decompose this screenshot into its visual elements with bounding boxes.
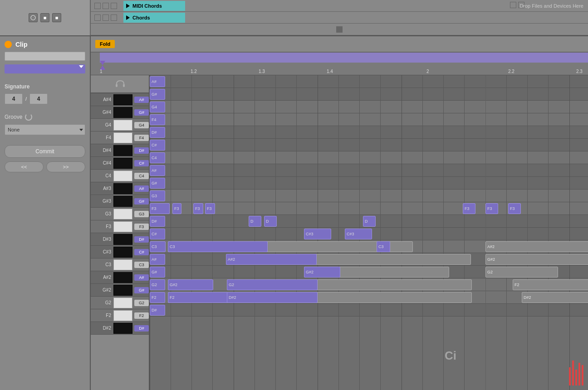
key-note-label: G3 bbox=[91, 211, 113, 216]
piano-roll: Fold 1 1.2 1.3 1.4 2 2.2 2.3 bbox=[91, 36, 588, 390]
stop-btn1[interactable]: ■ bbox=[40, 13, 49, 22]
midi-note[interactable]: D# bbox=[150, 127, 165, 138]
midi-note[interactable]: F3 bbox=[463, 203, 475, 214]
midi-note[interactable]: A# bbox=[150, 76, 165, 87]
clip-color-bar[interactable] bbox=[5, 64, 85, 73]
midi-note[interactable]: G3 bbox=[150, 190, 165, 201]
key-tag: C# bbox=[134, 160, 149, 166]
midi-note[interactable]: D#2 bbox=[227, 292, 318, 303]
midi-note[interactable]: D bbox=[249, 216, 261, 227]
piano-key[interactable] bbox=[113, 247, 132, 258]
midi-note[interactable]: F3 bbox=[485, 203, 498, 214]
piano-key[interactable] bbox=[113, 259, 132, 270]
sig-top[interactable]: 4 bbox=[5, 93, 23, 104]
piano-key[interactable] bbox=[113, 158, 132, 169]
next-button[interactable]: >> bbox=[46, 161, 85, 172]
piano-key[interactable] bbox=[113, 107, 132, 118]
midi-note[interactable]: F2 bbox=[513, 279, 588, 290]
midi-note[interactable]: A#2 bbox=[485, 241, 588, 252]
midi-note[interactable]: F3 bbox=[205, 203, 215, 214]
midi-note[interactable]: G2 bbox=[227, 279, 318, 290]
piano-key[interactable] bbox=[113, 183, 132, 194]
midi-note[interactable]: C#3 bbox=[345, 229, 372, 239]
piano-key[interactable] bbox=[113, 310, 132, 321]
ci-text: Ci bbox=[445, 349, 456, 363]
fold-button[interactable]: Fold bbox=[95, 40, 115, 48]
groove-refresh-btn[interactable] bbox=[25, 113, 32, 121]
ruler-mark-13: 1.3 bbox=[259, 69, 265, 74]
key-row: G4G4 bbox=[91, 119, 149, 132]
clip-name-input[interactable] bbox=[5, 52, 85, 61]
piano-key[interactable] bbox=[113, 209, 132, 219]
midi-note[interactable]: C4 bbox=[150, 152, 165, 163]
grid-canvas[interactable]: A#G#G4F4D#C#C4A#G#G3F3F3F3F3D#C#DDC#3C#3… bbox=[150, 75, 588, 390]
midi-note[interactable]: C#3 bbox=[304, 229, 331, 239]
ruler-mark-22: 2.2 bbox=[508, 69, 514, 74]
midi-note[interactable]: G# bbox=[150, 178, 165, 189]
midi-note[interactable]: F4 bbox=[150, 114, 165, 125]
piano-key[interactable] bbox=[113, 272, 132, 283]
midi-note[interactable]: F3 bbox=[172, 203, 181, 214]
grid-row bbox=[150, 88, 588, 101]
piano-key[interactable] bbox=[113, 145, 132, 156]
midi-note[interactable]: D bbox=[363, 216, 376, 227]
key-row: F2F2 bbox=[91, 309, 149, 322]
midi-note[interactable]: G2 bbox=[485, 267, 558, 278]
piano-key[interactable] bbox=[113, 221, 132, 232]
midi-note[interactable]: A# bbox=[150, 254, 165, 265]
key-note-label: F2 bbox=[91, 313, 113, 318]
loop-btn[interactable]: ~ bbox=[29, 13, 38, 22]
key-tag: G2 bbox=[134, 300, 149, 306]
prev-button[interactable]: << bbox=[5, 161, 44, 172]
midi-note[interactable]: D# bbox=[150, 216, 165, 227]
midi-note[interactable]: G#2 bbox=[168, 279, 213, 290]
midi-note[interactable]: G# bbox=[150, 267, 165, 278]
key-note-label: C#4 bbox=[91, 161, 113, 166]
midi-note[interactable]: C3 bbox=[377, 241, 390, 252]
key-note-label: A#2 bbox=[91, 275, 113, 280]
midi-note[interactable]: A# bbox=[150, 165, 165, 176]
key-note-label: G#4 bbox=[91, 110, 113, 115]
midi-note[interactable]: F2 bbox=[150, 292, 165, 303]
midi-note[interactable]: F3 bbox=[508, 203, 521, 214]
midi-note[interactable]: D#2 bbox=[522, 292, 588, 303]
midi-note[interactable]: F3 bbox=[193, 203, 203, 214]
midi-note[interactable]: F3 bbox=[150, 203, 170, 214]
track-row-chords: Chords bbox=[91, 12, 588, 24]
key-row: F3F3 bbox=[91, 220, 149, 233]
piano-key[interactable] bbox=[113, 94, 132, 105]
midi-note[interactable]: D# bbox=[150, 305, 165, 316]
clip-dot bbox=[5, 41, 12, 48]
midi-note[interactable]: G2 bbox=[150, 279, 165, 290]
signature-row: 4 / 4 bbox=[5, 93, 85, 104]
piano-key[interactable] bbox=[113, 323, 132, 334]
midi-note[interactable]: G#2 bbox=[304, 267, 340, 278]
midi-note[interactable]: G# bbox=[150, 89, 165, 100]
loop-region[interactable] bbox=[100, 53, 588, 63]
midi-note[interactable]: C# bbox=[150, 140, 165, 151]
piano-key[interactable] bbox=[113, 297, 132, 308]
midi-note[interactable]: D bbox=[264, 216, 277, 227]
midi-note[interactable]: A#2 bbox=[226, 254, 317, 265]
key-tag: A# bbox=[134, 274, 149, 281]
commit-button[interactable]: Commit bbox=[5, 145, 85, 158]
groove-select[interactable]: None bbox=[5, 124, 85, 135]
midi-note[interactable]: G#2 bbox=[485, 254, 588, 265]
midi-note[interactable]: C3 bbox=[168, 241, 268, 252]
ruler-mark-14: 1.4 bbox=[327, 69, 333, 74]
main-area: Clip Signature 4 / 4 Groove None Commit … bbox=[0, 36, 588, 390]
midi-note[interactable]: C3 bbox=[150, 241, 166, 252]
piano-key[interactable] bbox=[113, 196, 132, 207]
midi-note[interactable]: G4 bbox=[150, 102, 165, 112]
sig-bottom[interactable]: 4 bbox=[29, 93, 48, 104]
piano-key[interactable] bbox=[113, 234, 132, 245]
midi-note[interactable]: C# bbox=[150, 229, 165, 239]
key-row: G#2G# bbox=[91, 284, 149, 297]
headphone-icon bbox=[115, 79, 126, 88]
piano-key[interactable] bbox=[113, 132, 132, 143]
piano-key[interactable] bbox=[113, 285, 132, 296]
piano-key[interactable] bbox=[113, 120, 132, 131]
stop-btn2[interactable]: ■ bbox=[52, 13, 61, 22]
key-row: A#3A# bbox=[91, 182, 149, 195]
piano-key[interactable] bbox=[113, 171, 132, 181]
